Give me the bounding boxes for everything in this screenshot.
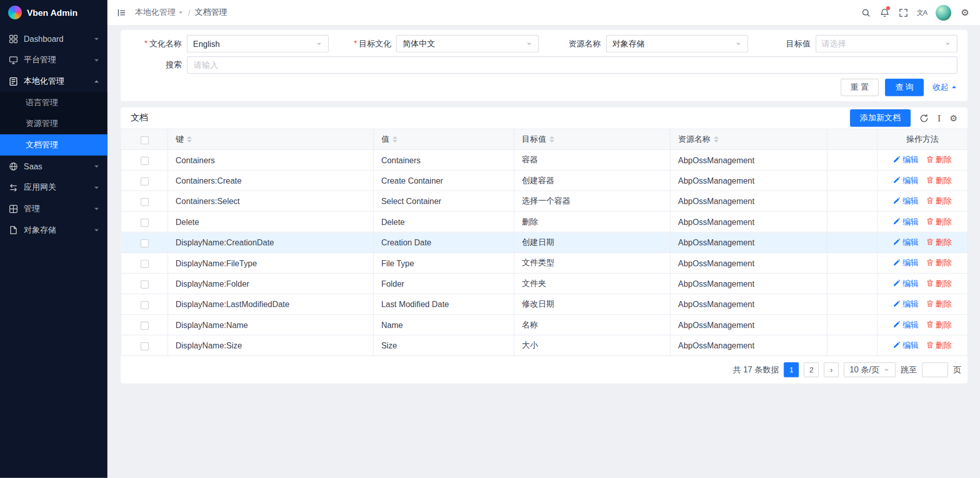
sidebar-subitem-language[interactable]: 语言管理 <box>0 92 108 113</box>
settings-gear-icon[interactable]: ⚙ <box>956 4 973 21</box>
query-button[interactable]: 查 询 <box>885 79 923 96</box>
page-size-select[interactable]: 10 条/页 <box>844 362 895 377</box>
row-checkbox[interactable] <box>140 280 149 288</box>
table-row: DisplayName:FileTypeFile Type文件类型AbpOssM… <box>121 253 968 273</box>
cell-blank <box>827 335 877 356</box>
cell-key: Containers:Create <box>168 170 374 191</box>
sort-icon[interactable] <box>714 136 719 142</box>
select-all-checkbox[interactable] <box>140 136 149 144</box>
row-checkbox[interactable] <box>140 321 149 330</box>
edit-button[interactable]: 编辑 <box>893 216 919 228</box>
row-checkbox[interactable] <box>140 239 149 247</box>
menu-fold-icon[interactable] <box>112 4 130 21</box>
page-1-button[interactable]: 1 <box>784 362 799 377</box>
column-header-资源名称[interactable]: 资源名称 <box>670 129 827 149</box>
row-checkbox[interactable] <box>140 260 149 268</box>
cell-resource: AbpOssManagement <box>670 315 827 335</box>
refresh-icon[interactable] <box>919 113 928 122</box>
sidebar-item-localization[interactable]: 本地化管理 <box>0 70 108 92</box>
table-row: ContainersContainers容器AbpOssManagement编辑… <box>121 149 968 170</box>
breadcrumb-item[interactable]: 本地化管理 <box>135 7 184 18</box>
sidebar-item-platform[interactable]: 平台管理 <box>0 49 108 71</box>
column-settings-icon[interactable]: ⚙ <box>950 113 958 123</box>
delete-button[interactable]: 删除 <box>926 175 952 186</box>
column-header-目标值[interactable]: 目标值 <box>514 129 670 149</box>
delete-button[interactable]: 删除 <box>926 237 952 248</box>
sidebar-subitem-document[interactable]: 文档管理 <box>0 134 108 156</box>
delete-button[interactable]: 删除 <box>926 298 952 310</box>
row-checkbox[interactable] <box>140 342 149 350</box>
avatar[interactable] <box>936 5 951 20</box>
sidebar-item-storage[interactable]: 对象存储 <box>0 219 108 241</box>
delete-button[interactable]: 删除 <box>926 154 952 165</box>
sidebar-item-gateway[interactable]: 应用网关 <box>0 177 108 198</box>
edit-button[interactable]: 编辑 <box>893 175 919 186</box>
delete-button[interactable]: 删除 <box>926 216 952 228</box>
row-checkbox[interactable] <box>140 177 149 185</box>
sidebar-item-saas[interactable]: Saas <box>0 156 108 177</box>
search-icon[interactable] <box>857 4 874 21</box>
cell-value: Select Container <box>374 191 514 211</box>
breadcrumb-current[interactable]: 文档管理 <box>195 7 228 18</box>
row-checkbox[interactable] <box>140 218 149 227</box>
row-height-icon[interactable]: I <box>938 114 941 122</box>
search-input[interactable] <box>187 56 958 73</box>
fullscreen-icon[interactable] <box>894 4 912 21</box>
delete-button[interactable]: 删除 <box>926 195 952 207</box>
sidebar-item-label: 对象存储 <box>24 224 88 236</box>
edit-button[interactable]: 编辑 <box>893 154 919 165</box>
filter-card: *文化名称English*目标文化简体中文资源名称对象存储目标值请选择 搜索 重… <box>120 30 967 102</box>
edit-button[interactable]: 编辑 <box>893 298 919 310</box>
collapse-toggle[interactable]: 收起 <box>933 82 958 93</box>
logo[interactable]: Vben Admin <box>0 0 108 25</box>
next-page-button[interactable]: › <box>824 362 839 377</box>
table-row: DisplayName:LastModifiedDateLast Modifie… <box>121 294 968 314</box>
translate-icon[interactable]: 文A <box>913 4 930 21</box>
sort-icon[interactable] <box>393 136 398 142</box>
sort-icon[interactable] <box>187 136 192 142</box>
sort-icon[interactable] <box>549 136 554 142</box>
jump-page-input[interactable] <box>922 362 948 377</box>
cell-blank <box>827 211 877 232</box>
column-header-blank <box>827 129 877 149</box>
delete-button[interactable]: 删除 <box>926 257 952 268</box>
row-checkbox[interactable] <box>140 301 149 309</box>
row-checkbox[interactable] <box>140 157 149 165</box>
edit-button[interactable]: 编辑 <box>893 340 919 351</box>
delete-button[interactable]: 删除 <box>926 319 952 331</box>
admin-icon <box>9 204 18 213</box>
cell-resource: AbpOssManagement <box>670 149 827 170</box>
target-culture-select[interactable]: 简体中文 <box>397 35 538 53</box>
notification-bell-icon[interactable] <box>876 4 893 21</box>
pencil-icon <box>893 238 901 247</box>
page-2-button[interactable]: 2 <box>804 362 819 377</box>
edit-button[interactable]: 编辑 <box>893 195 919 207</box>
add-document-button[interactable]: 添加新文档 <box>850 109 911 127</box>
column-header-键[interactable]: 键 <box>168 129 374 149</box>
edit-button[interactable]: 编辑 <box>893 319 919 331</box>
edit-button[interactable]: 编辑 <box>893 278 919 289</box>
row-checkbox[interactable] <box>140 198 149 206</box>
sidebar-subitem-resource[interactable]: 资源管理 <box>0 113 108 135</box>
chevron-right-icon: › <box>830 365 833 374</box>
pencil-icon <box>893 155 901 164</box>
culture-name-select[interactable]: English <box>187 35 329 53</box>
notification-badge <box>886 6 890 10</box>
edit-button[interactable]: 编辑 <box>893 237 919 248</box>
sidebar-item-admin[interactable]: 管理 <box>0 198 108 219</box>
column-header-值[interactable]: 值 <box>374 129 514 149</box>
field-label: *目标文化 <box>340 38 391 49</box>
target-value-select[interactable]: 请选择 <box>816 35 958 53</box>
cell-target-value: 修改日期 <box>514 294 670 314</box>
sidebar-menu: Dashboard平台管理本地化管理语言管理资源管理文档管理Saas应用网关管理… <box>0 25 108 478</box>
page-unit-label: 页 <box>953 364 961 375</box>
field-label: 资源名称 <box>550 38 601 49</box>
chevron-down-icon <box>93 184 100 191</box>
resource-name-select[interactable]: 对象存储 <box>606 35 748 53</box>
delete-button[interactable]: 删除 <box>926 340 952 351</box>
pencil-icon <box>893 320 901 330</box>
reset-button[interactable]: 重 置 <box>841 79 879 96</box>
delete-button[interactable]: 删除 <box>926 278 952 289</box>
edit-button[interactable]: 编辑 <box>893 257 919 268</box>
sidebar-item-dashboard[interactable]: Dashboard <box>0 28 108 49</box>
